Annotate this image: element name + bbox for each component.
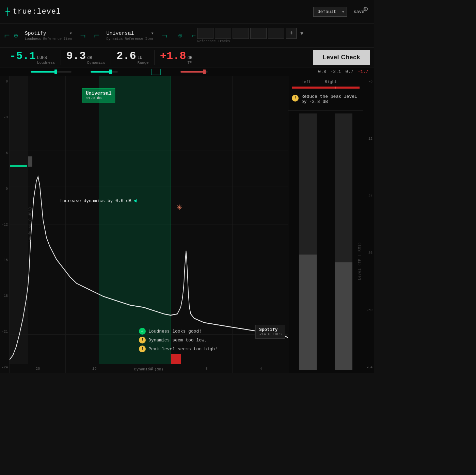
- ref-tracks-boxes: + ▼: [197, 28, 304, 39]
- x-axis-center-label: Dynamics (dB): [134, 367, 163, 371]
- level-num-1: 0.8: [315, 69, 329, 74]
- y-label-24: -24: [0, 366, 8, 369]
- logo: ┼ true:level: [5, 7, 61, 16]
- feedback-section: ✓ Loudness looks good! ! Dynamics seem t…: [139, 328, 218, 352]
- dynamics-unit-group: dB Dynamics: [87, 56, 105, 65]
- loudness-ref-item: Spotify Apple Music YouTube Loudness Ref…: [25, 30, 72, 41]
- loudness-y-label: Loudness (LUFS): [28, 206, 32, 242]
- level-numbers: 0.8 -2.1 0.7 -1.7: [315, 69, 370, 74]
- bracket-left2: ⌐: [94, 30, 100, 41]
- y-label-12: -12: [0, 223, 8, 227]
- tp-slider[interactable]: [180, 71, 208, 73]
- ref-tracks-section: ⌐ + ▼ Reference Tracks: [192, 28, 304, 43]
- logo-icon: ┼: [5, 7, 10, 16]
- right-meter: [327, 113, 361, 370]
- main-content: 0 -3 -6 -9 -12 -15 -18 -21 -24: [0, 76, 374, 373]
- y-right-label-24: -24: [363, 194, 372, 198]
- spotify-label-value: -14.0 LUFS: [259, 332, 282, 336]
- level-vertical-label: Level (TP | RMS): [358, 242, 362, 280]
- peak-bar-marker: [335, 87, 336, 89]
- metrics-bar: -5.1 LUFS Loudness 9.3 dB Dynamics 2.6 L…: [0, 48, 374, 67]
- feedback-item-2: ! Dynamics seem too low.: [139, 337, 218, 343]
- ref-track-2[interactable]: [215, 28, 231, 39]
- y-right-label-12: -12: [363, 137, 372, 141]
- loudness-unit-group: LUFS Loudness: [37, 56, 55, 65]
- level-check-panel: Left Right ! Reduce the peak level by -2…: [288, 76, 363, 111]
- y-label-3: -3: [0, 116, 8, 119]
- loudness-ref-select[interactable]: Spotify Apple Music YouTube: [25, 31, 66, 36]
- ref-track-4[interactable]: [250, 28, 267, 39]
- lr-header: Left Right: [292, 80, 360, 85]
- crosshair-left-icon: ⊕: [14, 31, 18, 40]
- peak-bar-indicator: [292, 87, 360, 89]
- loudness-unit: LUFS: [37, 56, 55, 60]
- crosshair-right-icon: ⊕: [178, 31, 182, 40]
- preset-wrapper: default: [313, 7, 347, 17]
- dynamics-value: 9.3: [66, 50, 86, 62]
- dynamics-slider[interactable]: [91, 71, 118, 73]
- level-num-2: -2.1: [329, 69, 343, 74]
- warn-icon-2: !: [139, 337, 146, 343]
- x-label-16: 16: [92, 367, 97, 371]
- left-label: Left: [301, 80, 311, 85]
- feedback-text-3: Peak level seems too high!: [148, 347, 218, 352]
- ref-track-1[interactable]: [197, 28, 213, 39]
- universal-label-title: Universal: [86, 91, 112, 96]
- bracket-right: ¬: [80, 30, 86, 41]
- preset-select[interactable]: default: [313, 7, 347, 17]
- dynamics-annotation-arrow: ◄: [133, 198, 137, 204]
- universal-label-value: 11.9 dB: [86, 96, 112, 100]
- ref-track-3[interactable]: [233, 28, 249, 39]
- level-meters: Level (TP | RMS): [288, 111, 363, 373]
- dynamics-metric: 9.3 dB Dynamics: [61, 50, 111, 65]
- left-meter-bar: [299, 113, 317, 370]
- feedback-item-1: ✓ Loudness looks good!: [139, 328, 218, 335]
- bracket-right2: ¬: [162, 30, 168, 41]
- reference-bar: ⌐ ⊕ Spotify Apple Music YouTube Loudness…: [0, 24, 374, 48]
- x-label-4: 4: [260, 367, 262, 371]
- y-label-18: -18: [0, 294, 8, 298]
- slider-row: 0.8 -2.1 0.7 -1.7: [0, 67, 374, 76]
- y-label-0: 0: [0, 80, 8, 83]
- loudness-slider[interactable]: [31, 71, 72, 73]
- add-ref-track-button[interactable]: +: [286, 28, 297, 39]
- dynamics-ref-label: Dynamics Reference Item: [107, 37, 154, 41]
- level-check-button[interactable]: Level Check: [313, 50, 370, 65]
- peak-warning: ! Reduce the peak level by -2.8 dB: [292, 91, 360, 107]
- y-label-21: -21: [0, 330, 8, 334]
- dynamics-unit: dB: [87, 56, 105, 60]
- left-meter: [291, 113, 324, 370]
- left-meter-fill: [299, 255, 317, 370]
- y-label-9: -9: [0, 187, 8, 191]
- loudness-sublabel: Loudness: [37, 61, 55, 65]
- range-sublabel: Range: [138, 61, 149, 65]
- gear-button[interactable]: ⚙: [363, 5, 368, 13]
- dynamics-annotation-text: Increase dynamics by 0.6 dB: [60, 198, 131, 203]
- right-meter-bar: [335, 113, 352, 370]
- loudness-metric: -5.1 LUFS Loudness: [4, 50, 61, 65]
- chart-area: Universal 11.9 dB Spotify -14.0 LUFS ✳ I…: [10, 76, 288, 373]
- dynamics-sublabel: Dynamics: [87, 61, 105, 65]
- y-axis-right: -6 -12 -24 -36 -60 -84: [363, 76, 374, 373]
- tp-value: +1.8: [160, 50, 186, 62]
- dynamics-annotation: Increase dynamics by 0.6 dB ◄: [60, 198, 137, 204]
- dynamics-ref-select[interactable]: Universal Custom: [107, 31, 141, 36]
- peak-warning-text: Reduce the peak level by -2.8 dB: [301, 94, 360, 104]
- tp-unit: dB: [187, 56, 192, 60]
- right-label: Right: [325, 80, 337, 85]
- crosshair-cursor: ✳: [177, 201, 183, 213]
- ref-tracks-dropdown-button[interactable]: ▼: [299, 31, 304, 36]
- y-right-label-84: -84: [363, 366, 372, 369]
- red-peak-bar: [171, 354, 181, 364]
- right-meter-fill: [335, 262, 352, 370]
- warning-icon: !: [292, 95, 299, 102]
- loudness-value: -5.1: [10, 50, 36, 62]
- y-axis-left: 0 -3 -6 -9 -12 -15 -18 -21 -24: [0, 76, 10, 373]
- ref-track-5[interactable]: [268, 28, 284, 39]
- feedback-text-1: Loudness looks good!: [148, 329, 202, 334]
- range-unit-group: LU Range: [138, 56, 149, 65]
- ref-tracks-wrapper: + ▼ Reference Tracks: [197, 28, 304, 43]
- app-title: true:level: [13, 7, 61, 16]
- range-metric: 2.6 LU Range: [111, 50, 155, 65]
- spotify-label-title: Spotify: [259, 327, 282, 332]
